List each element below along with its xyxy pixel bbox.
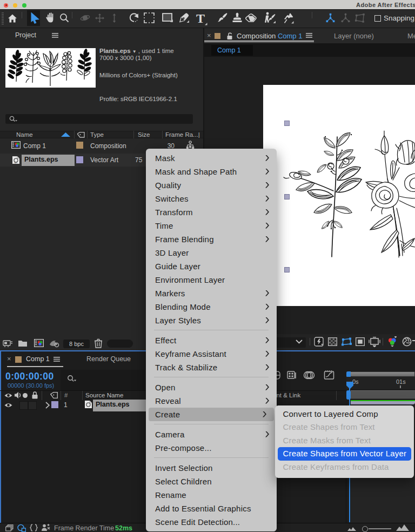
svg-text:eps: eps: [15, 162, 18, 164]
